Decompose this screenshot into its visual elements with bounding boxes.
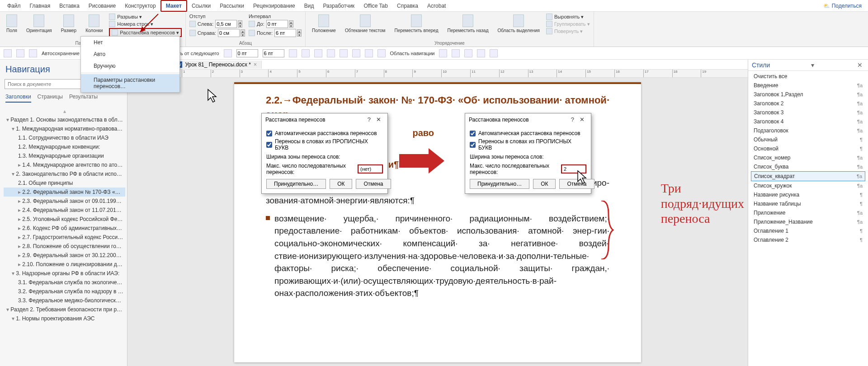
- tab-officetab[interactable]: Office Tab: [359, 1, 392, 11]
- style-item[interactable]: Заголовок 2¶a: [751, 99, 865, 108]
- tab-home[interactable]: Главная: [25, 1, 55, 11]
- styles-dropdown-icon[interactable]: ▾: [809, 61, 816, 69]
- qat-icon-b[interactable]: [289, 49, 297, 57]
- space-after-input[interactable]: [274, 29, 296, 37]
- qat-space-before-input[interactable]: [236, 49, 258, 57]
- qat-icon-i[interactable]: [377, 49, 386, 57]
- hyphen-manual-item[interactable]: Вручную: [81, 60, 179, 72]
- nav-subtab-headings[interactable]: Заголовки: [5, 94, 31, 103]
- tab-help[interactable]: Справка: [392, 1, 423, 11]
- style-item[interactable]: Список_буква¶a: [751, 162, 865, 171]
- nav-heading-item[interactable]: 2.10. Положение о лицензировании деятел…: [4, 260, 125, 269]
- size-button[interactable]: Размер: [58, 14, 79, 40]
- tab-insert[interactable]: Вставка: [55, 1, 84, 11]
- style-item[interactable]: Подзаголовок¶a: [751, 126, 865, 135]
- nav-heading-item[interactable]: 2.8. Положение об осуществлении государ…: [4, 242, 125, 251]
- nav-heading-item[interactable]: 2.6. Кодекс РФ об административных право…: [4, 224, 125, 233]
- position-button[interactable]: Положение: [309, 14, 339, 40]
- nav-heading-item[interactable]: 3.3. Федеральное медико-биологическое а…: [4, 296, 125, 305]
- nav-subtab-pages[interactable]: Страницы: [38, 94, 63, 103]
- style-item[interactable]: Приложение¶a: [751, 208, 865, 217]
- horizontal-ruler[interactable]: 12345678910111213141516171819: [127, 70, 748, 78]
- qat-icon-h[interactable]: [365, 49, 373, 57]
- ok-button[interactable]: ОК: [533, 179, 556, 189]
- tab-design[interactable]: Конструктор: [120, 1, 160, 11]
- qat-icon-g[interactable]: [352, 49, 360, 57]
- styles-list[interactable]: Очистить всеВведение¶aЗаголовок 1,Раздел…: [748, 71, 868, 366]
- cancel-button[interactable]: Отмена: [559, 179, 594, 189]
- tab-references[interactable]: Ссылки: [187, 1, 215, 11]
- bring-forward-button[interactable]: Переместить вперед: [392, 14, 441, 40]
- style-item[interactable]: Список_номер¶a: [751, 153, 865, 162]
- style-item[interactable]: Заголовок 4¶a: [751, 117, 865, 126]
- nav-heading-item[interactable]: 2.2. Федеральный закон № 170-ФЗ «Об исп…: [4, 188, 125, 197]
- ok-button[interactable]: ОК: [330, 179, 352, 189]
- auto-hyphen-checkbox[interactable]: Автоматическая расстановка переносов: [470, 130, 586, 136]
- nav-heading-item[interactable]: 3.1. Федеральная служба по экологическом…: [4, 278, 125, 287]
- orientation-button[interactable]: Ориентация: [24, 14, 55, 40]
- spin-down[interactable]: ▼: [297, 33, 302, 37]
- qat-icon-l[interactable]: [464, 49, 472, 57]
- spin-down[interactable]: ▼: [238, 24, 242, 28]
- nav-heading-item[interactable]: 1. Международная нормативно-правовая баз…: [4, 124, 125, 133]
- nav-heading-item[interactable]: Раздел 1. Основы законодательства в обла…: [4, 115, 125, 124]
- style-item[interactable]: Заголовок 3¶a: [751, 108, 865, 117]
- qat-navarea-label[interactable]: Область навигации: [390, 51, 435, 56]
- share-button[interactable]: Поделиться: [820, 1, 865, 11]
- spin-down[interactable]: ▼: [241, 33, 245, 37]
- style-item[interactable]: Список_кружок¶a: [751, 181, 865, 190]
- nav-heading-item[interactable]: 3.2. Федеральная служба по надзору в сфе…: [4, 287, 125, 296]
- tab-developer[interactable]: Разработчик: [318, 1, 359, 11]
- qat-save-icon[interactable]: [29, 49, 37, 57]
- nav-heading-item[interactable]: Раздел 2. Требования безопасности при ра…: [4, 305, 125, 314]
- style-item[interactable]: Введение¶a: [751, 81, 865, 90]
- tab-view[interactable]: Вид: [300, 1, 319, 11]
- style-item[interactable]: Оглавление 1¶: [751, 226, 865, 235]
- indent-right-input[interactable]: [218, 29, 240, 37]
- nav-heading-item[interactable]: 2.3. Федеральный закон от 09.01.1996 № 3…: [4, 197, 125, 206]
- tab-acrobat[interactable]: Acrobat: [423, 1, 450, 11]
- tab-review[interactable]: Рецензирование: [249, 1, 300, 11]
- nav-heading-item[interactable]: 1. Нормы проектирования АЭС: [4, 314, 125, 323]
- hyphen-auto-item[interactable]: Авто: [81, 48, 179, 60]
- dialog-titlebar[interactable]: Расстановка переносов ? ✕: [465, 113, 591, 126]
- qat-icon-k[interactable]: [452, 49, 460, 57]
- qat-open-icon[interactable]: [16, 49, 24, 57]
- nav-heading-item[interactable]: 2. Законодательство РФ в области использ…: [4, 169, 125, 178]
- body-line-2[interactable]: зования·атомной·энергии·являются:¶: [266, 194, 609, 207]
- max-hyphens-input[interactable]: [561, 164, 586, 174]
- qat-icon-d[interactable]: [314, 49, 322, 57]
- doc-tab-2[interactable]: WУрок 81_ Переносы.docx *×: [171, 61, 262, 69]
- group-shapes-button[interactable]: Группировать ▾: [546, 21, 590, 27]
- navigation-tree[interactable]: ▴ Раздел 1. Основы законодательства в об…: [0, 105, 127, 366]
- caps-hyphen-checkbox[interactable]: Переносы в словах из ПРОПИСНЫХ БУКВ: [470, 138, 586, 151]
- nav-heading-item[interactable]: 2.7. Градостроительный кодекс Российско…: [4, 233, 125, 242]
- help-icon[interactable]: ?: [568, 116, 577, 123]
- style-item[interactable]: Заголовок 1,Раздел¶a: [751, 90, 865, 99]
- hyphenation-button[interactable]: Расстановка переносов ▾: [109, 28, 182, 37]
- style-item[interactable]: Очистить все: [751, 72, 865, 81]
- tab-file[interactable]: Файл: [3, 1, 25, 11]
- max-hyphens-input[interactable]: [358, 164, 383, 174]
- align-button[interactable]: Выровнять ▾: [546, 14, 590, 20]
- qat-new-icon[interactable]: [4, 49, 12, 57]
- style-item[interactable]: Обычный¶: [751, 135, 865, 144]
- send-backward-button[interactable]: Переместить назад: [445, 14, 491, 40]
- qat-startnext-label[interactable]: ть от следующего: [178, 51, 219, 56]
- style-item[interactable]: Название таблицы¶: [751, 199, 865, 208]
- close-icon[interactable]: ✕: [577, 116, 587, 123]
- breaks-button[interactable]: Разрывы ▾: [109, 14, 182, 20]
- page-viewport[interactable]: 2.2.→Федеральный· закон· №· 170-ФЗ· «Об·…: [127, 78, 748, 366]
- help-icon[interactable]: ?: [365, 116, 373, 123]
- nav-heading-item[interactable]: 1.4. Международное агентство по атомной …: [4, 160, 125, 169]
- nav-heading-item[interactable]: 1.1. Сотрудничество в области ИАЭ: [4, 133, 125, 142]
- tab-layout[interactable]: Макет: [160, 0, 187, 12]
- close-icon[interactable]: ✕: [373, 116, 384, 123]
- nav-heading-item[interactable]: 2.9. Федеральный закон от 30.12.2009 № 3…: [4, 251, 125, 260]
- qat-icon-f[interactable]: [340, 49, 348, 57]
- qat-icon-a[interactable]: [224, 49, 232, 57]
- nav-heading-item[interactable]: 2.5. Уголовный кодекс Российской Федера…: [4, 215, 125, 224]
- caps-hyphen-checkbox[interactable]: Переносы в словах из ПРОПИСНЫХ БУКВ: [266, 138, 383, 151]
- tab-draw[interactable]: Рисование: [84, 1, 120, 11]
- nav-heading-item[interactable]: 1.2. Международные конвенции:: [4, 142, 125, 151]
